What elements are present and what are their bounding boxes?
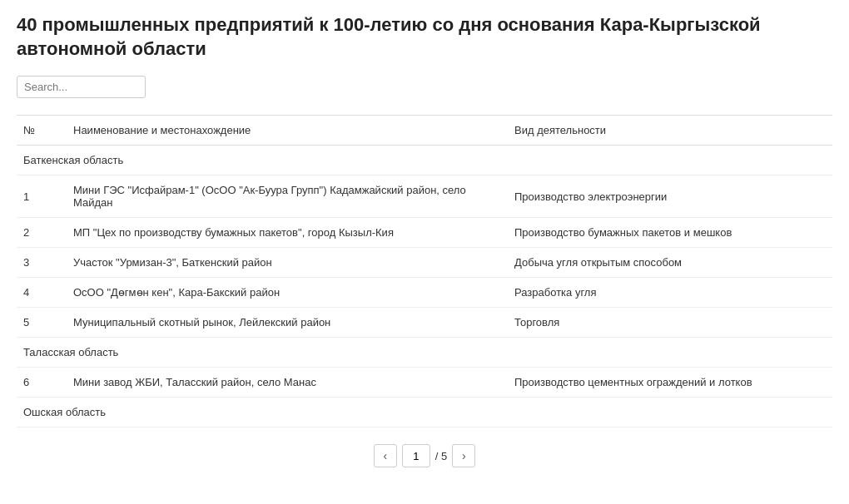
- region-label: Баткенская область: [17, 146, 832, 175]
- table-row: Ошская область: [17, 398, 832, 427]
- table-row: 3Участок "Урмизан-3", Баткенский районДо…: [17, 248, 832, 278]
- table-row: 1Мини ГЭС "Исфайрам-1" (ОсОО "Ак-Буура Г…: [17, 175, 832, 218]
- cell-num: 2: [17, 218, 67, 248]
- search-wrapper: [17, 76, 832, 98]
- table-row: Таласская область: [17, 338, 832, 368]
- table-row: 6Мини завод ЖБИ, Таласский район, село М…: [17, 368, 832, 398]
- cell-name: Мини завод ЖБИ, Таласский район, село Ма…: [67, 368, 508, 398]
- cell-name: Муниципальный скотный рынок, Лейлекский …: [67, 308, 508, 338]
- cell-num: 4: [17, 278, 67, 308]
- col-header-type: Вид деятельности: [508, 116, 832, 146]
- data-table: № Наименование и местонахождение Вид дея…: [17, 115, 832, 427]
- prev-page-button[interactable]: ‹: [374, 444, 397, 467]
- cell-name: Мини ГЭС "Исфайрам-1" (ОсОО "Ак-Буура Гр…: [67, 175, 508, 218]
- cell-activity: Добыча угля открытым способом: [508, 248, 832, 278]
- cell-activity: Разработка угля: [508, 278, 832, 308]
- cell-num: 1: [17, 175, 67, 218]
- cell-activity: Торговля: [508, 308, 832, 338]
- col-header-name: Наименование и местонахождение: [67, 116, 508, 146]
- region-label: Ошская область: [17, 398, 832, 427]
- col-header-num: №: [17, 116, 67, 146]
- pagination: ‹ / 5 ›: [17, 444, 832, 467]
- table-row: 4ОсОО "Дөгмөн кен", Кара-Бакский районРа…: [17, 278, 832, 308]
- table-header-row: № Наименование и местонахождение Вид дея…: [17, 116, 832, 146]
- next-page-button[interactable]: ›: [452, 444, 475, 467]
- table-row: 2МП "Цех по производству бумажных пакето…: [17, 218, 832, 248]
- page-total: / 5: [435, 450, 447, 462]
- cell-num: 6: [17, 368, 67, 398]
- cell-activity: Производство цементных ограждений и лотк…: [508, 368, 832, 398]
- cell-num: 5: [17, 308, 67, 338]
- cell-name: Участок "Урмизан-3", Баткенский район: [67, 248, 508, 278]
- page-number-input[interactable]: [402, 444, 430, 467]
- cell-activity: Производство электроэнергии: [508, 175, 832, 218]
- page-title: 40 промышленных предприятий к 100-летию …: [17, 13, 832, 61]
- region-label: Таласская область: [17, 338, 832, 368]
- cell-num: 3: [17, 248, 67, 278]
- cell-activity: Производство бумажных пакетов и мешков: [508, 218, 832, 248]
- search-input[interactable]: [17, 76, 146, 98]
- table-row: Баткенская область: [17, 146, 832, 175]
- table-row: 5Муниципальный скотный рынок, Лейлекский…: [17, 308, 832, 338]
- cell-name: ОсОО "Дөгмөн кен", Кара-Бакский район: [67, 278, 508, 308]
- cell-name: МП "Цех по производству бумажных пакетов…: [67, 218, 508, 248]
